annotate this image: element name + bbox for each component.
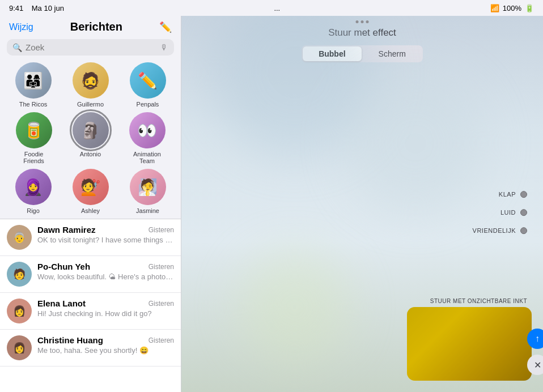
mic-icon[interactable]: 🎙 <box>160 43 168 52</box>
avatar-ashley: 💇 <box>73 169 109 205</box>
search-icon: 🔍 <box>12 43 22 52</box>
conv-name-pochun: Po-Chun Yeh <box>37 262 90 271</box>
avatar-ricos: 👨‍👩‍👧 <box>15 62 52 99</box>
avatar-row-3: 🧕 Rigo 💇 Ashley 🧖 Jasmine <box>5 169 176 214</box>
avatar-label-ashley: Ashley <box>81 207 100 214</box>
conversation-pochun[interactable]: 🧑 Po-Chun Yeh Gisteren Wow, looks beauti… <box>0 256 181 293</box>
top-dots <box>356 20 369 23</box>
center-dots: ... <box>274 4 280 12</box>
conv-content-pochun: Po-Chun Yeh Gisteren Wow, looks beautifu… <box>37 262 174 281</box>
status-center: ... <box>274 4 280 12</box>
avatar-label-penpals: Penpals <box>137 101 159 108</box>
effect-tabs: Bubbel Scherm <box>302 45 423 62</box>
tab-scherm[interactable]: Scherm <box>363 46 422 61</box>
main-container: Wijzig Berichten ✏️ 🔍 🎙 👨‍👩‍👧 The Ricos … <box>0 16 543 392</box>
conv-message-elena: Hi! Just checking in. How did it go? <box>37 309 174 318</box>
avatar-item-guillermo[interactable]: 🧔 Guillermo <box>73 62 109 108</box>
conv-time-elena: Gisteren <box>149 300 174 308</box>
effect-label-vriendelijk: VRIENDELIJK <box>473 227 516 234</box>
avatar-label-foodie: Foodie Friends <box>14 151 54 164</box>
avatar-item-rigo[interactable]: 🧕 Rigo <box>15 169 52 214</box>
conv-time-christine: Gisteren <box>149 336 174 344</box>
search-bar: 🔍 🎙 <box>7 39 174 56</box>
conv-top-pochun: Po-Chun Yeh Gisteren <box>37 262 174 271</box>
conv-time-pochun: Gisteren <box>149 263 174 271</box>
sidebar-title: Berichten <box>33 20 159 33</box>
invisible-ink-section[interactable]: STUUR MET ONZICHTBARE INKT <box>430 298 527 304</box>
status-right: 📶 100% 🔋 <box>490 4 534 12</box>
status-time: 9:41 Ma 10 jun <box>9 4 64 12</box>
effect-label-luid: LUID <box>500 209 516 216</box>
conv-name-dawn: Dawn Ramirez <box>37 225 96 235</box>
action-buttons: ↑ ✕ <box>527 329 543 375</box>
effect-option-klap[interactable]: KLAP <box>499 191 527 198</box>
top-dot-1 <box>356 20 359 23</box>
conv-message-pochun: Wow, looks beautiful. 🌤 Here's a photo o… <box>37 272 174 281</box>
right-panel: Stuur met effect Bubbel Scherm KLAP LUID… <box>181 16 543 392</box>
conv-avatar-pochun: 🧑 <box>7 262 32 287</box>
avatar-row-1: 👨‍👩‍👧 The Ricos 🧔 Guillermo ✏️ Penpals <box>5 62 176 108</box>
conversation-elena[interactable]: 👩 Elena Lanot Gisteren Hi! Just checking… <box>0 293 181 330</box>
avatar-guillermo: 🧔 <box>73 62 109 99</box>
battery-icon: 🔋 <box>525 4 534 12</box>
conv-top-dawn: Dawn Ramirez Gisteren <box>37 225 174 235</box>
conversation-list: 👵 Dawn Ramirez Gisteren OK to visit toni… <box>0 219 181 392</box>
effect-option-luid[interactable]: LUID <box>500 209 527 216</box>
effect-dot-luid <box>520 209 527 216</box>
conversation-dawn[interactable]: 👵 Dawn Ramirez Gisteren OK to visit toni… <box>0 219 181 256</box>
invisible-ink-label: STUUR MET ONZICHTBARE INKT <box>430 298 527 304</box>
search-input[interactable] <box>26 42 157 52</box>
sidebar-header: Wijzig Berichten ✏️ <box>0 16 181 37</box>
battery-display: 100% <box>503 4 521 12</box>
tab-bubbel[interactable]: Bubbel <box>303 46 361 61</box>
effect-header: Stuur met effect Bubbel Scherm <box>302 16 423 70</box>
avatar-jasmine: 🧖 <box>130 169 166 205</box>
conv-message-dawn: OK to visit tonight? I have some things … <box>37 236 174 244</box>
avatar-label-animation: Animation Team <box>128 151 167 164</box>
conv-name-elena: Elena Lanot <box>37 299 86 308</box>
avatar-row-2: 🥫 Foodie Friends 🗿 Antonio 👀 Animation T… <box>5 112 176 164</box>
edit-button[interactable]: Wijzig <box>9 22 33 32</box>
avatar-item-ashley[interactable]: 💇 Ashley <box>73 169 109 214</box>
effect-option-vriendelijk[interactable]: VRIENDELIJK <box>473 227 527 234</box>
compose-button[interactable]: ✏️ <box>159 21 172 33</box>
avatar-rigo: 🧕 <box>15 169 52 205</box>
avatar-foodie: 🥫 <box>16 112 52 148</box>
avatar-item-ricos[interactable]: 👨‍👩‍👧 The Ricos <box>15 62 52 108</box>
avatar-item-jasmine[interactable]: 🧖 Jasmine <box>130 169 166 214</box>
effect-options: KLAP LUID VRIENDELIJK <box>473 191 527 234</box>
wifi-icon: 📶 <box>490 4 499 12</box>
conv-time-dawn: Gisteren <box>149 226 174 234</box>
cancel-button[interactable]: ✕ <box>527 355 543 375</box>
avatar-item-animation[interactable]: 👀 Animation Team <box>128 112 167 164</box>
conv-content-christine: Christine Huang Gisteren Me too, haha. S… <box>37 335 174 355</box>
conv-avatar-elena: 👩 <box>7 299 32 323</box>
status-bar: 9:41 Ma 10 jun ... 📶 100% 🔋 <box>0 0 543 16</box>
top-dot-2 <box>361 20 364 23</box>
effect-label-klap: KLAP <box>499 191 516 198</box>
avatar-section: 👨‍👩‍👧 The Ricos 🧔 Guillermo ✏️ Penpals 🥫… <box>0 60 181 219</box>
conv-top-elena: Elena Lanot Gisteren <box>37 299 174 308</box>
avatar-item-antonio[interactable]: 🗿 Antonio <box>73 112 109 164</box>
blur-deco-3 <box>238 250 351 364</box>
avatar-label-ricos: The Ricos <box>19 101 48 108</box>
conversation-christine[interactable]: 👩 Christine Huang Gisteren Me too, haha.… <box>0 330 181 367</box>
send-button[interactable]: ↑ <box>527 329 543 349</box>
message-preview-inner <box>407 307 532 381</box>
message-overlay <box>407 307 532 381</box>
avatar-animation: 👀 <box>129 112 166 148</box>
effect-dot-vriendelijk <box>520 227 527 234</box>
conv-name-christine: Christine Huang <box>37 335 103 345</box>
message-preview <box>407 307 532 381</box>
avatar-label-jasmine: Jasmine <box>136 207 159 214</box>
avatar-item-penpals[interactable]: ✏️ Penpals <box>130 62 166 108</box>
sidebar: Wijzig Berichten ✏️ 🔍 🎙 👨‍👩‍👧 The Ricos … <box>0 16 181 392</box>
time-display: 9:41 <box>9 4 23 12</box>
avatar-label-guillermo: Guillermo <box>77 101 104 108</box>
avatar-label-rigo: Rigo <box>27 207 40 214</box>
conv-content-elena: Elena Lanot Gisteren Hi! Just checking i… <box>37 299 174 318</box>
effect-title: Stuur met effect <box>302 27 423 39</box>
date-display: Ma 10 jun <box>32 4 64 12</box>
blur-deco-2 <box>345 73 486 214</box>
avatar-item-foodie[interactable]: 🥫 Foodie Friends <box>14 112 54 164</box>
